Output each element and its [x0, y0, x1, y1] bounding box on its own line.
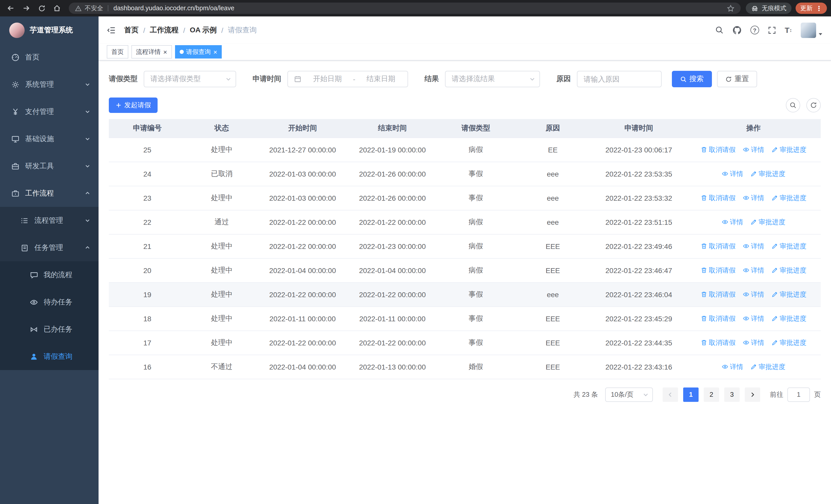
sidebar-fold-icon[interactable] [107, 25, 116, 35]
detail-link[interactable]: 详情 [743, 290, 764, 299]
sidebar-item-my-process[interactable]: 我的流程 [0, 261, 98, 289]
start-date-placeholder[interactable]: 开始日期 [305, 75, 350, 84]
page-size-select[interactable]: 10条/页 [605, 387, 653, 402]
page-unit-label: 页 [814, 390, 821, 399]
detail-link[interactable]: 详情 [722, 217, 743, 227]
avatar[interactable] [801, 22, 816, 38]
progress-link[interactable]: 审批进度 [771, 314, 806, 323]
sidebar-item-label: 流程管理 [34, 216, 79, 225]
url-text[interactable]: dashboard.yudao.iocoder.cn/bpm/oa/leave [113, 5, 234, 12]
update-chip[interactable]: 更新 ⋮ [796, 3, 827, 14]
font-size-icon[interactable]: T↕ [785, 26, 792, 34]
bookmark-star-icon[interactable] [727, 4, 735, 12]
cell-type: 病假 [437, 138, 514, 162]
progress-link[interactable]: 审批进度 [771, 338, 806, 347]
forward-button[interactable] [20, 2, 33, 15]
reload-button[interactable] [35, 2, 48, 15]
progress-link[interactable]: 审批进度 [771, 193, 806, 203]
sidebar-item-process-mgmt[interactable]: 流程管理 [0, 207, 98, 234]
cancel-leave-link[interactable]: 取消请假 [700, 241, 736, 251]
leave-type-select[interactable]: 请选择请假类型 [144, 71, 236, 87]
warning-icon[interactable] [75, 5, 82, 11]
sidebar-item-infrastructure[interactable]: 基础设施 [0, 125, 98, 152]
menu-dots-icon[interactable]: ⋮ [815, 4, 822, 12]
sidebar-item-leave-query[interactable]: 请假查询 [0, 343, 98, 370]
prev-page-button[interactable] [663, 387, 678, 402]
tab-home[interactable]: 首页 [107, 45, 128, 59]
progress-link[interactable]: 审批进度 [771, 266, 806, 275]
update-label[interactable]: 更新 [800, 4, 812, 12]
progress-link[interactable]: 审批进度 [771, 145, 806, 154]
detail-link[interactable]: 详情 [743, 266, 764, 275]
search-icon[interactable] [715, 26, 724, 34]
sidebar-item-system[interactable]: 系统管理 [0, 71, 98, 98]
github-icon[interactable] [733, 25, 742, 35]
breadcrumb-item[interactable]: OA 示例 [190, 25, 217, 35]
close-icon[interactable]: × [163, 49, 167, 55]
breadcrumb-separator: / [183, 26, 185, 34]
security-label[interactable]: 不安全 [85, 4, 103, 12]
progress-link[interactable]: 审批进度 [750, 217, 785, 227]
detail-link[interactable]: 详情 [743, 338, 764, 347]
cancel-leave-link[interactable]: 取消请假 [700, 145, 736, 154]
page-button-2[interactable]: 2 [704, 387, 719, 402]
progress-link[interactable]: 审批进度 [750, 362, 785, 371]
sidebar-item-payment[interactable]: 支付管理 [0, 98, 98, 125]
sidebar-item-workflow[interactable]: 工作流程 [0, 180, 98, 207]
progress-link[interactable]: 审批进度 [750, 169, 785, 178]
tab-process-detail[interactable]: 流程详情 × [132, 45, 172, 59]
cell-status: 处理中 [186, 282, 258, 306]
breadcrumb-item[interactable]: 工作流程 [150, 25, 179, 35]
detail-link[interactable]: 详情 [743, 145, 764, 154]
progress-link[interactable]: 审批进度 [771, 290, 806, 299]
toggle-search-button[interactable] [786, 98, 800, 112]
sidebar-item-task-mgmt[interactable]: 任务管理 [0, 234, 98, 261]
eye-icon [30, 298, 38, 306]
next-page-button[interactable] [745, 387, 760, 402]
eye-icon [743, 267, 749, 273]
reason-input[interactable] [583, 75, 655, 83]
back-button[interactable] [4, 2, 18, 15]
cell-type: 事假 [437, 330, 514, 355]
cancel-leave-link[interactable]: 取消请假 [700, 338, 736, 347]
detail-link[interactable]: 详情 [722, 362, 743, 371]
page-button-3[interactable]: 3 [724, 387, 740, 402]
cell-reason: EE [514, 138, 591, 162]
close-icon[interactable]: × [213, 49, 217, 55]
reset-button[interactable]: 重置 [717, 71, 757, 87]
detail-link[interactable]: 详情 [722, 169, 743, 178]
progress-link[interactable]: 审批进度 [771, 241, 806, 251]
chevron-down-icon [85, 136, 90, 142]
detail-link[interactable]: 详情 [743, 193, 764, 203]
breadcrumb-item[interactable]: 首页 [124, 25, 139, 35]
sidebar-item-home[interactable]: 首页 [0, 43, 98, 71]
cancel-leave-link[interactable]: 取消请假 [700, 314, 736, 323]
sidebar-item-todo-tasks[interactable]: 待办任务 [0, 289, 98, 316]
cell-id: 19 [109, 282, 186, 306]
home-button[interactable] [50, 2, 64, 15]
end-date-placeholder[interactable]: 结束日期 [359, 75, 403, 84]
user-menu[interactable] [801, 22, 823, 38]
cancel-leave-link[interactable]: 取消请假 [700, 193, 736, 203]
result-select[interactable]: 请选择流结果 [445, 71, 540, 87]
detail-link[interactable]: 详情 [743, 314, 764, 323]
sidebar-item-done-tasks[interactable]: 已办任务 [0, 316, 98, 343]
tab-leave-query[interactable]: 请假查询 × [175, 45, 222, 59]
help-icon[interactable]: ? [750, 26, 759, 34]
refresh-table-button[interactable] [806, 98, 821, 112]
search-button[interactable]: 搜索 [672, 71, 712, 87]
plus-icon [115, 102, 122, 108]
cancel-leave-link[interactable]: 取消请假 [700, 290, 736, 299]
page-button-1[interactable]: 1 [683, 387, 698, 402]
app-logo[interactable]: 芋道管理系统 [0, 17, 98, 43]
create-leave-button[interactable]: 发起请假 [109, 97, 157, 113]
cancel-leave-link[interactable]: 取消请假 [700, 266, 736, 275]
detail-link[interactable]: 详情 [743, 241, 764, 251]
cell-status: 已取消 [186, 162, 258, 186]
sidebar-item-devtools[interactable]: 研发工具 [0, 152, 98, 180]
goto-page-input[interactable] [787, 387, 810, 402]
cell-end: 2022-01-11 00:00:00 [347, 306, 437, 330]
fullscreen-icon[interactable] [768, 26, 776, 34]
date-range-picker[interactable]: 开始日期 - 结束日期 [287, 71, 408, 87]
url-bar[interactable]: 不安全 dashboard.yudao.iocoder.cn/bpm/oa/le… [69, 3, 741, 14]
